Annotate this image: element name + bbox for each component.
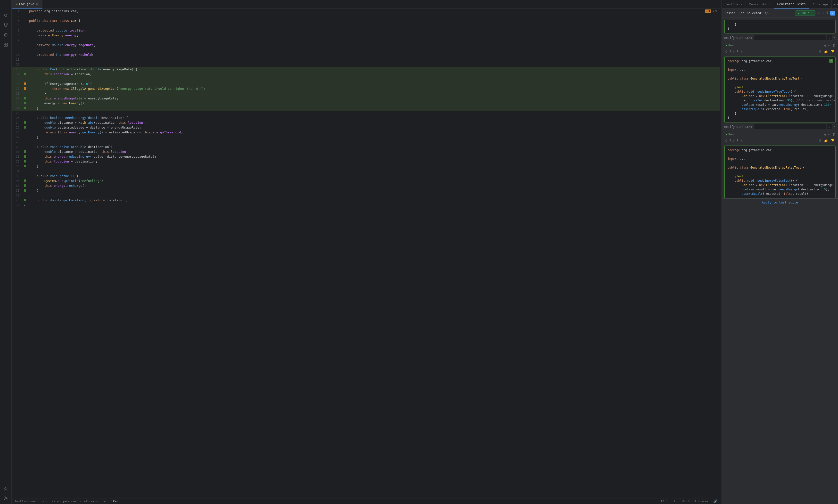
svg-point-6 [4,23,5,24]
deselect-all-icon[interactable]: ☐ [822,11,824,16]
line-number: 9 [12,48,23,52]
line-code: protected double location; [28,28,720,33]
delete-icon-1[interactable]: 🗑 [832,43,836,47]
testspark-badge-icon[interactable]: ✦ [830,11,835,16]
run-bar-actions-1: ↺ ← 🗑 [824,43,836,47]
copy-icon-3[interactable]: ⎘ [818,138,822,143]
tab-label: Car.java [19,2,34,6]
activity-icon-spark[interactable] [1,484,10,493]
line-number: 3 [12,18,23,23]
breadcrumb-item[interactable]: main [52,500,59,503]
apply-to-test-suite-button[interactable]: Apply to test suite [722,198,838,206]
refresh-icon-1[interactable]: ↺ [824,43,826,47]
line-gutter [23,106,28,111]
tab-car-java[interactable]: ☕ Car.java × [12,0,42,8]
breadcrumb-item[interactable]: TestAssignment [15,500,39,503]
line-code: double distance = Math.abs(destination-t… [28,120,720,125]
collapse-icon[interactable]: ∨ [715,9,717,13]
run-button-2[interactable]: ▶ Run [724,132,735,137]
run-button-1[interactable]: ▶ Run [724,43,735,48]
modify-input-2[interactable] [754,124,826,130]
line-number: 28 [12,140,23,145]
line-code: throw new IllegalArgumentException("ener… [28,86,720,91]
prev-arrow-3[interactable]: ❮ [724,138,728,143]
expand-icon[interactable]: ∧ [712,9,714,13]
activity-icon-git[interactable] [1,21,10,30]
line-number: 4 [12,23,23,28]
breadcrumb-item[interactable]: jetbrains [82,500,98,503]
line-gutter [23,193,28,198]
activity-icon-search[interactable] [1,11,10,20]
svg-line-5 [6,16,7,17]
modify-input-1[interactable] [754,35,826,41]
activity-icon-debug[interactable] [1,31,10,39]
tab-close-button[interactable]: × [36,2,38,6]
activity-icon-settings[interactable] [1,494,10,503]
modify-dropdown-2[interactable]: ▾ [827,124,832,130]
thumbup-icon-3[interactable]: 👍 [823,138,829,143]
copy-icon-2[interactable]: ⎘ [818,49,822,54]
line-number: 37 [12,183,23,188]
line-code: public boolean needsEnergy(double destin… [28,115,720,120]
activity-icon-file[interactable] [1,1,10,10]
line-gutter [23,91,28,96]
breadcrumb-item[interactable]: car [102,500,107,503]
prev-arrow-2[interactable]: ❮ [724,49,728,54]
line-number: 5 [12,28,23,33]
delete-all-icon[interactable]: 🗑 [825,11,829,16]
line-code: this.location = destination; [28,159,720,164]
thumbdown-icon-3[interactable]: 👎 [830,138,836,143]
line-code: public Car(double location, double energ… [28,67,720,72]
breadcrumb-item[interactable]: CCar [111,500,119,503]
table-row: 29 public void driveTo(double destinatio… [12,145,720,149]
modify-send-2[interactable]: ➤ [834,125,836,129]
line-number: 12 [12,62,23,67]
right-panel: TestSpark Description Generated Tests Co… [721,0,838,504]
panel-minimize-icon[interactable]: ─ [837,2,838,6]
modify-send-1[interactable]: ➤ [834,36,836,40]
svg-point-10 [5,34,6,35]
line-gutter [23,57,28,62]
line-code: private double energyUsageRate; [28,43,720,48]
delete-icon-2[interactable]: 🗑 [832,132,836,136]
svg-rect-3 [4,7,6,7]
test-card-2-checkbox[interactable]: ✓ [829,59,833,63]
thumbdown-icon-2[interactable]: 👎 [830,49,836,54]
refresh-icon-2[interactable]: ↺ [824,132,826,136]
next-arrow-3[interactable]: ❯ [739,138,743,143]
panel-content[interactable]: } } Modify with LLM: ▾ ➤ ▶ Run ↺ ← 🗑 ❮ 1… [722,17,838,504]
next-arrow-2[interactable]: ❯ [739,49,743,54]
back-icon-2[interactable]: ← [828,132,830,136]
line-number: 23 [12,115,23,120]
tab-testspark[interactable]: TestSpark [722,0,746,8]
tab-description[interactable]: Description [746,0,774,8]
table-row: 19 this.energyUsageRate = energyUsageRat… [12,96,720,101]
table-row: 17 throw new IllegalArgumentException("e… [12,86,720,91]
back-icon-1[interactable]: ← [828,43,830,47]
tab-bar: ☕ Car.java × [12,0,720,9]
line-gutter [23,120,28,125]
breadcrumb-item[interactable]: src [43,500,48,503]
breadcrumb-item[interactable]: org [73,500,78,503]
thumbup-icon-2[interactable]: 👍 [823,49,829,54]
modify-dropdown-1[interactable]: ▾ [827,35,832,41]
tab-coverage[interactable]: Coverage [809,0,832,8]
breadcrumb-item[interactable]: java [63,500,69,503]
tab-generated-tests[interactable]: Generated Tests [774,0,809,8]
run-all-button[interactable]: ▶ Run all [795,11,816,16]
activity-icon-extensions[interactable] [1,40,10,49]
line-code: public abstract class Car { [28,18,720,23]
panel-more-icon[interactable]: ⋯ [834,2,836,6]
line-code [28,193,720,198]
line-number: 22 [12,111,23,115]
select-all-icon[interactable]: ☑ [818,11,820,16]
line-number: 19 [12,96,23,101]
line-number: 38 [12,188,23,193]
run-all-label: Run all [801,12,813,15]
table-row: 26 return (this.energy.getEnergy() - est… [12,130,720,135]
svg-point-4 [4,14,7,17]
line-code [28,169,720,174]
table-row: 39 [12,193,720,198]
code-editor[interactable]: ⚠ 3 ∧ ∨ 1 package org.jetbrains.car; 2 [12,9,720,498]
table-row: 12 [12,62,720,67]
